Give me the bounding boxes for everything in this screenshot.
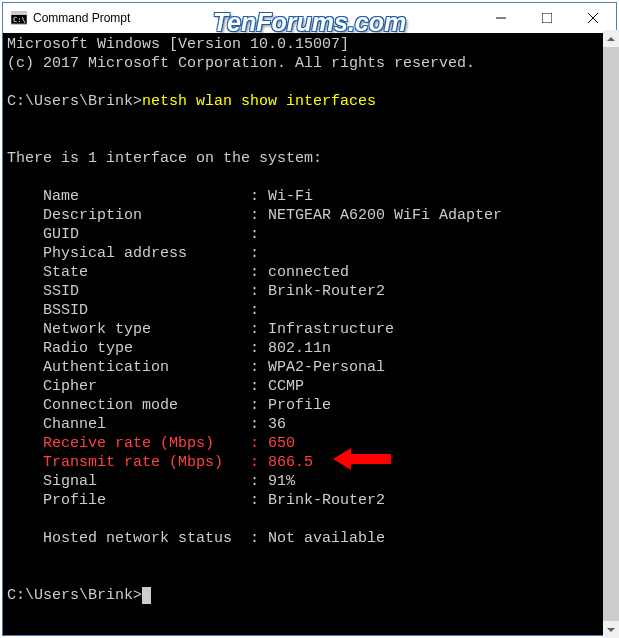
- field-profile-label: Profile :: [7, 492, 268, 509]
- field-state-value: connected: [268, 264, 349, 281]
- terminal-output[interactable]: Microsoft Windows [Version 10.0.15007] (…: [3, 33, 616, 635]
- field-connmode-label: Connection mode :: [7, 397, 268, 414]
- field-rxrate-value: 650: [268, 435, 295, 452]
- scroll-up-button[interactable]: [603, 30, 619, 47]
- field-signal-value: 91%: [268, 473, 295, 490]
- version-line: Microsoft Windows [Version 10.0.15007]: [7, 36, 349, 53]
- minimize-button[interactable]: [478, 3, 524, 33]
- field-profile-value: Brink-Router2: [268, 492, 385, 509]
- field-hosted-label: Hosted network status :: [7, 530, 268, 547]
- cmd-icon: C:\: [11, 10, 27, 26]
- close-button[interactable]: [570, 3, 616, 33]
- window-controls: [478, 3, 616, 33]
- titlebar[interactable]: C:\ Command Prompt: [3, 3, 616, 33]
- field-radio-label: Radio type :: [7, 340, 268, 357]
- field-txrate-value: 866.5: [268, 454, 313, 471]
- field-desc-value: NETGEAR A6200 WiFi Adapter: [268, 207, 502, 224]
- field-hosted-value: Not available: [268, 530, 385, 547]
- field-signal-label: Signal :: [7, 473, 268, 490]
- field-rxrate-label: Receive rate (Mbps) :: [7, 435, 268, 452]
- copyright-line: (c) 2017 Microsoft Corporation. All righ…: [7, 55, 475, 72]
- field-ssid-value: Brink-Router2: [268, 283, 385, 300]
- prompt-path: C:\Users\Brink>: [7, 93, 142, 110]
- scroll-track[interactable]: [603, 47, 619, 621]
- field-guid-label: GUID :: [7, 226, 259, 243]
- scroll-thumb[interactable]: [603, 47, 619, 621]
- field-name-value: Wi-Fi: [268, 188, 313, 205]
- svg-text:C:\: C:\: [13, 16, 26, 24]
- svg-rect-1: [11, 12, 27, 15]
- field-state-label: State :: [7, 264, 268, 281]
- cursor: [142, 587, 151, 604]
- prompt-path-2: C:\Users\Brink>: [7, 587, 142, 604]
- field-phys-label: Physical address :: [7, 245, 259, 262]
- field-desc-label: Description :: [7, 207, 268, 224]
- svg-marker-7: [607, 37, 615, 41]
- scrollbar[interactable]: [603, 30, 619, 638]
- field-txrate-label: Transmit rate (Mbps) :: [7, 454, 268, 471]
- field-channel-value: 36: [268, 416, 286, 433]
- field-bssid-label: BSSID :: [7, 302, 259, 319]
- field-radio-value: 802.11n: [268, 340, 331, 357]
- command-text: netsh wlan show interfaces: [142, 93, 376, 110]
- maximize-button[interactable]: [524, 3, 570, 33]
- field-channel-label: Channel :: [7, 416, 268, 433]
- field-nettype-value: Infrastructure: [268, 321, 394, 338]
- window-title: Command Prompt: [33, 11, 478, 25]
- field-connmode-value: Profile: [268, 397, 331, 414]
- svg-marker-8: [607, 628, 615, 632]
- field-nettype-label: Network type :: [7, 321, 268, 338]
- field-cipher-value: CCMP: [268, 378, 304, 395]
- field-name-label: Name :: [7, 188, 268, 205]
- svg-rect-4: [542, 13, 552, 23]
- field-ssid-label: SSID :: [7, 283, 268, 300]
- field-cipher-label: Cipher :: [7, 378, 268, 395]
- interface-intro: There is 1 interface on the system:: [7, 150, 322, 167]
- command-prompt-window: C:\ Command Prompt Microsoft Windows [Ve…: [2, 2, 617, 636]
- scroll-down-button[interactable]: [603, 621, 619, 638]
- field-auth-label: Authentication :: [7, 359, 268, 376]
- field-auth-value: WPA2-Personal: [268, 359, 385, 376]
